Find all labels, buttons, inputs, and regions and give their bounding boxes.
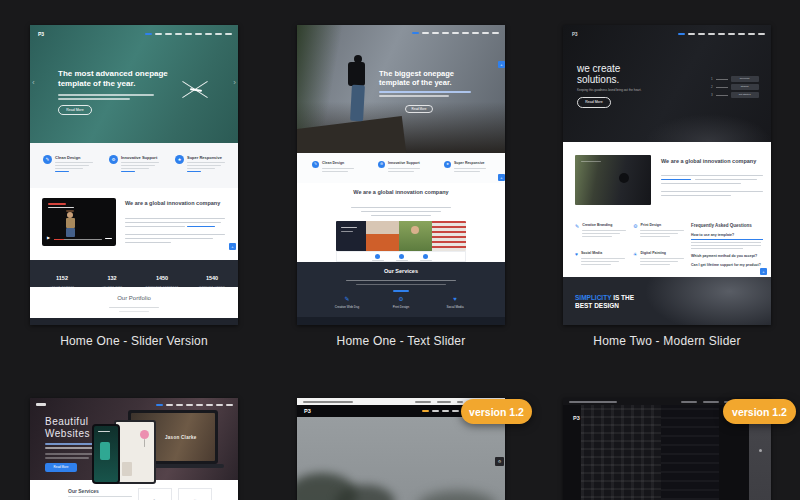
sun-icon: ☀: [633, 251, 637, 265]
about-title: We are a global innovation company: [125, 200, 227, 207]
gear-icon: ⚙: [633, 223, 637, 237]
logo: P3: [572, 32, 578, 37]
feature-title: Innovative Support: [388, 161, 420, 166]
template-card-home-one-text[interactable]: The biggest onepage template of the year…: [297, 25, 505, 325]
slider-nav-item: 1welcome: [711, 75, 759, 83]
text-line: [640, 261, 678, 262]
hero-section: The biggest onepage template of the year…: [297, 25, 505, 153]
footer-text-line2: BEST DESIGN: [575, 302, 619, 309]
text-line: [454, 171, 480, 172]
about-section: ▶ We are a global innovation company +: [30, 188, 238, 260]
customizer-button: +: [498, 61, 505, 68]
gear-icon: ⚙: [378, 161, 385, 168]
service-box: ✎: [138, 488, 172, 500]
heart-icon: ♥: [575, 251, 578, 265]
nav-menu: [145, 33, 232, 35]
gear-icon: ⚙: [109, 155, 118, 164]
feature-item: ⚙ Innovative Support: [378, 161, 420, 172]
text-line: [661, 175, 763, 176]
play-icon: ▶: [47, 235, 50, 240]
text-line: [371, 215, 431, 216]
nav-item: [422, 410, 429, 412]
link-line: [121, 171, 135, 172]
feature-title: Creative Branding: [582, 223, 626, 228]
topbar-text-line: [415, 401, 431, 403]
scroll-dot: [759, 449, 762, 452]
divider-line: [716, 87, 728, 88]
nav-item: [165, 33, 172, 35]
hero-section: P3 we create solutions. Keeping this goo…: [563, 25, 771, 142]
feature-text: Clean Design: [322, 161, 354, 172]
settings-widget: ⚙: [495, 457, 504, 466]
template-card-home-two-modern[interactable]: P3 we create solutions. Keeping this goo…: [563, 25, 771, 325]
text-line: [388, 168, 420, 169]
version-badge: version 1.2: [723, 399, 796, 424]
mini-icon: [423, 254, 428, 259]
nav-item: [155, 33, 162, 35]
template-card-home-one-slider[interactable]: P3 ‹ › The most advanced onepage templat…: [30, 25, 238, 325]
logo: P3: [304, 408, 311, 414]
feature-item: ★ Super Responsive: [444, 161, 486, 172]
collage-icons-band: [336, 251, 466, 262]
nav-item: [186, 404, 193, 406]
hero-title-line1: we create: [577, 63, 620, 74]
text-line: [581, 258, 625, 259]
logo: P3: [573, 415, 580, 421]
portfolio-section: Our Portfolio: [30, 287, 238, 318]
nav-item: [718, 33, 725, 35]
office-photo: [575, 155, 651, 205]
nav-item: [216, 404, 223, 406]
nav-item: [225, 33, 232, 35]
text-line: [361, 211, 441, 212]
about-title: We are a global innovation company: [346, 189, 456, 196]
nav-item: [452, 32, 459, 34]
slide-label: welcome: [731, 76, 759, 82]
feature-text: Super Responsive: [454, 161, 486, 172]
link-line: [187, 171, 201, 172]
text-line: [581, 264, 611, 265]
link-line: [55, 171, 69, 172]
nav-item: [156, 404, 163, 406]
customizer-button: +: [498, 174, 505, 181]
hero-photo: ⚙: [297, 417, 505, 500]
template-card-beautiful-websites[interactable]: Beautiful Websites Read More Jason Clark…: [30, 398, 238, 500]
feature-title: Social Media: [581, 251, 625, 256]
nav-item: [185, 33, 192, 35]
nav-item: [412, 32, 419, 34]
feature-text: Innovative Support: [388, 161, 420, 172]
nav-item: [472, 32, 479, 34]
nav-item: [205, 33, 212, 35]
text-line: [640, 230, 684, 231]
feature-title: Clean Design: [322, 161, 354, 166]
text-line: [341, 231, 353, 232]
video-title-line: [48, 203, 66, 205]
hero-title-line1: Beautiful: [45, 416, 88, 428]
slide-number: 3: [711, 93, 713, 97]
service-label: Print Design: [373, 305, 429, 309]
hero-button: Read More: [58, 105, 92, 115]
text-line: [125, 222, 221, 223]
nav-item: [432, 410, 439, 412]
text-line: [125, 234, 225, 235]
star-icon: ★: [175, 155, 184, 164]
team-collage-image: [336, 221, 466, 251]
text-line: [379, 95, 449, 97]
divider-line: [716, 95, 728, 96]
person-backpack: [348, 62, 365, 86]
stat-item: 1152 ACTIVE CLIENTS: [40, 266, 84, 288]
collage-face: [411, 226, 419, 234]
text-line: [55, 168, 83, 169]
text-line: [640, 258, 684, 259]
text-line: [121, 165, 155, 166]
text-line: [661, 191, 763, 192]
phone-figure: [100, 442, 110, 460]
features-section: ✎ Clean Design ⚙ Innovative Support ★ Su…: [30, 143, 238, 188]
about-section: We are a global innovation company ✎ Cre…: [563, 142, 771, 277]
stat-value: 132: [107, 275, 116, 281]
footer-highlight: SIMPLICITY: [575, 294, 611, 301]
text-line: [691, 242, 761, 243]
slide-label: get started: [731, 92, 759, 98]
feature-title: Super Responsive: [187, 155, 225, 160]
text-line: [640, 233, 678, 234]
template-caption: Home One - Text Slider: [297, 334, 505, 348]
